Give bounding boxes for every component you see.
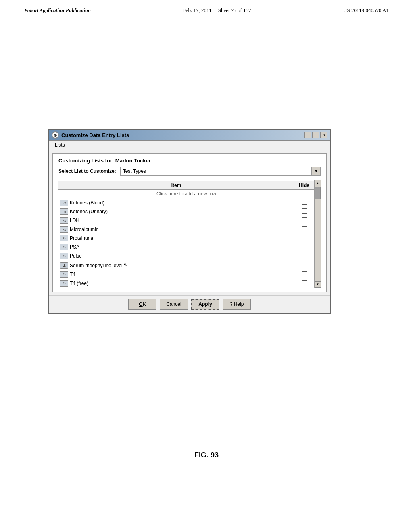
item-cell: ♟Serum theophylline level↖ [58, 260, 294, 270]
hide-checkbox[interactable] [302, 200, 307, 205]
row-icon: Rx [60, 200, 68, 206]
dialog-frame: ⊕ Customize Data Entry Lists _ □ ✕ Lists… [48, 129, 331, 314]
menu-bar: Lists [49, 141, 330, 150]
hide-cell[interactable] [294, 216, 314, 225]
dialog-footer: OK Cancel Apply ? Help [49, 295, 330, 313]
table-row[interactable]: RxT4 [58, 270, 314, 279]
hide-cell[interactable] [294, 260, 314, 270]
scrollbar[interactable]: ▲ ▼ [314, 180, 321, 288]
table-row[interactable]: RxPulse [58, 251, 314, 260]
hide-cell[interactable] [294, 270, 314, 279]
maximize-button[interactable]: □ [312, 132, 319, 138]
hide-checkbox[interactable] [302, 253, 307, 258]
scroll-down-button[interactable]: ▼ [315, 281, 321, 288]
row-icon: Rx [60, 226, 68, 233]
hide-checkbox[interactable] [302, 226, 307, 231]
section-title: Customizing Lists for: Marlon Tucker [58, 158, 321, 164]
close-button[interactable]: ✕ [320, 132, 327, 138]
hide-checkbox[interactable] [302, 271, 307, 276]
row-icon: Rx [60, 253, 68, 259]
hide-cell[interactable] [294, 243, 314, 251]
col-header-item: Item [58, 181, 294, 190]
row-icon: Rx [60, 244, 68, 250]
table-row[interactable]: RxT4 (free) [58, 279, 314, 288]
hide-checkbox[interactable] [302, 280, 307, 285]
row-icon: Rx [60, 280, 68, 287]
item-cell: RxPSA [58, 243, 294, 251]
item-cell: RxPulse [58, 251, 294, 260]
dialog-icon: ⊕ [52, 131, 59, 139]
dialog-content: Customizing Lists for: Marlon Tucker Sel… [52, 153, 327, 292]
list-table-wrapper: Item Hide Click here to add a new row Rx… [58, 180, 321, 288]
sheet-info: Feb. 17, 2011 Sheet 75 of 157 [183, 7, 251, 14]
item-cell: RxKetones (Blood) [58, 198, 294, 208]
dropdown-arrow-icon[interactable]: ▼ [312, 167, 321, 176]
cancel-button[interactable]: Cancel [160, 299, 188, 310]
hide-checkbox[interactable] [302, 208, 307, 214]
window-controls: _ □ ✕ [304, 132, 327, 138]
menu-lists[interactable]: Lists [52, 141, 67, 149]
apply-button[interactable]: Apply [191, 299, 219, 310]
select-value[interactable]: Test Types [120, 167, 312, 176]
publication-label: Patent Application Publication [24, 7, 91, 14]
table-row[interactable]: RxLDH [58, 216, 314, 225]
item-cell: RxProteinuria [58, 234, 294, 243]
hide-checkbox[interactable] [302, 262, 307, 267]
table-row[interactable]: RxKetones (Blood) [58, 198, 314, 208]
hide-checkbox[interactable] [302, 244, 307, 249]
table-row[interactable]: RxMicroalbumin [58, 225, 314, 234]
row-icon: Rx [60, 235, 68, 241]
item-cell: RxLDH [58, 216, 294, 225]
minimize-button[interactable]: _ [304, 132, 311, 138]
row-icon: Rx [60, 217, 68, 224]
help-button[interactable]: ? Help [223, 299, 251, 310]
list-table: Item Hide Click here to add a new row Rx… [58, 181, 314, 288]
title-bar-left: ⊕ Customize Data Entry Lists [52, 131, 129, 139]
table-row[interactable]: RxPSA [58, 243, 314, 251]
table-row[interactable]: ♟Serum theophylline level↖ [58, 260, 314, 270]
table-row[interactable]: RxKetones (Urinary) [58, 207, 314, 216]
row-icon: Rx [60, 271, 68, 278]
ok-button[interactable]: OK [128, 299, 156, 310]
hide-checkbox[interactable] [302, 235, 307, 240]
row-icon: Rx [60, 208, 68, 215]
add-row[interactable]: Click here to add a new row [58, 190, 314, 198]
cursor-icon: ↖ [123, 262, 128, 268]
table-row[interactable]: RxProteinuria [58, 234, 314, 243]
hide-cell[interactable] [294, 234, 314, 243]
item-cell: RxMicroalbumin [58, 225, 294, 234]
figure-caption: FIG. 93 [0, 451, 413, 459]
row-icon: ♟ [60, 262, 68, 269]
customize-dialog: ⊕ Customize Data Entry Lists _ □ ✕ Lists… [48, 129, 331, 314]
hide-cell[interactable] [294, 198, 314, 208]
col-header-hide: Hide [294, 181, 314, 190]
dialog-title: Customize Data Entry Lists [61, 132, 129, 138]
ok-label: K [143, 301, 146, 307]
select-control[interactable]: Test Types ▼ [120, 167, 321, 176]
item-cell: RxT4 (free) [58, 279, 294, 288]
page-header: Patent Application Publication Feb. 17, … [0, 0, 413, 14]
scroll-thumb[interactable] [315, 187, 321, 199]
select-label: Select List to Customize: [58, 168, 116, 174]
hide-checkbox[interactable] [302, 217, 307, 222]
hide-cell[interactable] [294, 279, 314, 288]
hide-cell[interactable] [294, 225, 314, 234]
item-cell: RxKetones (Urinary) [58, 207, 294, 216]
title-bar: ⊕ Customize Data Entry Lists _ □ ✕ [49, 130, 330, 141]
item-cell: RxT4 [58, 270, 294, 279]
hide-cell[interactable] [294, 207, 314, 216]
select-row: Select List to Customize: Test Types ▼ [58, 167, 321, 176]
scroll-up-button[interactable]: ▲ [315, 180, 321, 186]
patent-number: US 2011/0040570 A1 [343, 7, 389, 14]
hide-cell[interactable] [294, 251, 314, 260]
add-row-label[interactable]: Click here to add a new row [58, 190, 314, 198]
